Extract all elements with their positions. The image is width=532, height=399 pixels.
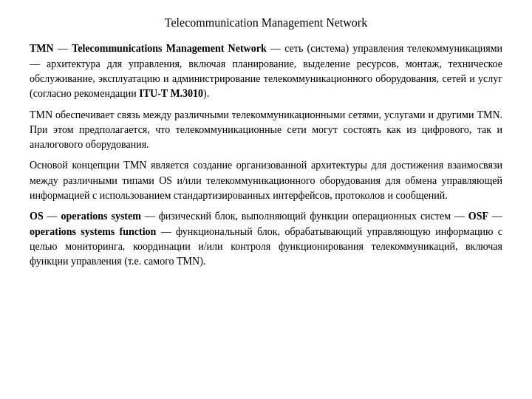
content-area: TMN — Telecommunications Management Netw… [30, 41, 502, 269]
page-title: Telecommunication Management Network [30, 15, 502, 31]
paragraph-1: TMN — Telecommunications Management Netw… [30, 41, 502, 101]
paragraph-3: Основой концепции TMN является создание … [30, 158, 502, 203]
paragraph-2: TMN обеспечивает связь между различными … [30, 108, 502, 153]
paragraph-4: OS — operations system — физический блок… [30, 209, 502, 269]
page-container: Telecommunication Management Network TMN… [0, 0, 532, 399]
